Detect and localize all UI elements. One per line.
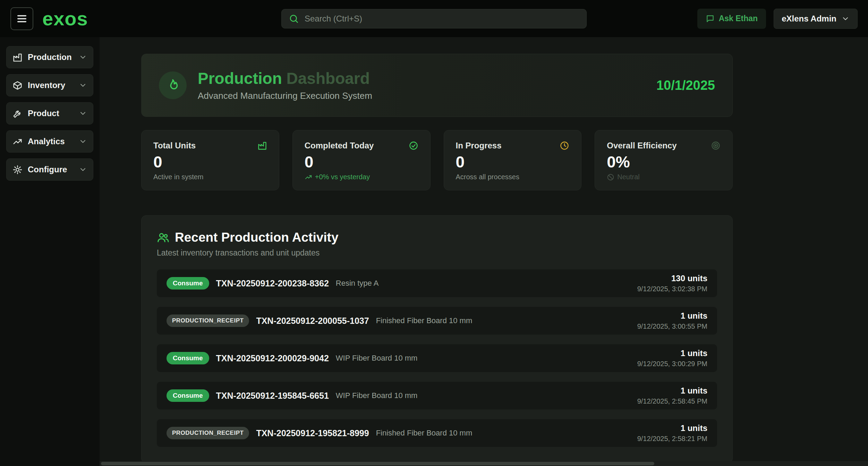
app-logo: exos [42, 7, 88, 30]
row-right: 1 units 9/12/2025, 2:58:45 PM [637, 386, 707, 405]
sidebar-item-production[interactable]: Production [6, 46, 93, 68]
flame-icon [159, 71, 187, 99]
chevron-down-icon [79, 109, 87, 118]
row-right: 1 units 9/12/2025, 3:00:55 PM [637, 311, 707, 330]
page-title-secondary: Dashboard [287, 69, 370, 87]
item-name: WIP Fiber Board 10 mm [336, 354, 418, 363]
activity-row: PRODUCTION_RECEIPT TXN-20250912-195821-8… [157, 419, 717, 447]
hamburger-menu-button[interactable] [10, 7, 33, 30]
topbar-right: Ask Ethan eXlens Admin [697, 9, 858, 29]
timestamp: 9/12/2025, 3:00:29 PM [637, 360, 707, 368]
sidebar-item-analytics[interactable]: Analytics [6, 130, 93, 153]
stat-caption-text: Across all processes [456, 173, 519, 181]
item-name: WIP Fiber Board 10 mm [336, 391, 418, 400]
factory-icon [257, 141, 267, 150]
timestamp: 9/12/2025, 3:02:38 PM [637, 285, 707, 293]
user-menu-label: eXlens Admin [782, 14, 836, 24]
stat-value: 0% [607, 153, 721, 171]
activity-row: Consume TXN-20250912-195845-6651 WIP Fib… [157, 382, 717, 409]
wrench-icon [12, 109, 23, 119]
factory-icon [12, 52, 23, 62]
user-menu-button[interactable]: eXlens Admin [774, 9, 858, 29]
sidebar-item-label: Analytics [28, 137, 65, 146]
chevron-down-icon [79, 137, 87, 146]
sidebar-item-configure[interactable]: Configure [6, 158, 93, 181]
row-right: 1 units 9/12/2025, 2:58:21 PM [637, 423, 707, 443]
page-title: Production Dashboard [198, 69, 372, 88]
stat-value: 0 [456, 153, 570, 171]
activity-title: Recent Production Activity [175, 230, 338, 245]
stat-card-completed-today: Completed Today 0 +0% vs yesterday [292, 130, 431, 190]
current-date: 10/1/2025 [656, 78, 715, 93]
stat-caption-text: Neutral [617, 173, 639, 181]
horizontal-scrollbar[interactable] [100, 461, 868, 466]
stat-caption-text: +0% vs yesterday [315, 173, 370, 181]
topbar: exos Ask Ethan eXlens Admin [0, 0, 868, 37]
transaction-id: TXN-20250912-195845-6651 [216, 391, 329, 401]
units: 1 units [637, 386, 707, 396]
timestamp: 9/12/2025, 2:58:21 PM [637, 435, 707, 443]
item-name: Finished Fiber Board 10 mm [376, 429, 473, 438]
circle-slash-icon [607, 173, 614, 181]
dashboard-hero-banner: Production Dashboard Advanced Manufactur… [141, 54, 733, 117]
chat-icon [706, 14, 715, 23]
transaction-id: TXN-20250912-200055-1037 [256, 316, 369, 326]
stat-value: 0 [153, 153, 267, 171]
hero-text: Production Dashboard Advanced Manufactur… [198, 69, 372, 101]
check-circle-icon [409, 141, 418, 150]
activity-subtitle: Latest inventory transactions and unit u… [157, 248, 717, 258]
transaction-type-badge: Consume [167, 277, 209, 290]
ask-ethan-button[interactable]: Ask Ethan [697, 9, 766, 29]
sidebar-item-label: Configure [28, 165, 67, 174]
units: 130 units [637, 274, 707, 283]
stat-caption: Neutral [607, 173, 721, 181]
item-name: Resin type A [336, 279, 379, 288]
sidebar-item-label: Inventory [28, 80, 65, 90]
activity-list: Consume TXN-20250912-200238-8362 Resin t… [157, 269, 717, 447]
timestamp: 9/12/2025, 3:00:55 PM [637, 322, 707, 330]
sidebar-item-label: Product [28, 109, 59, 118]
stat-label: Overall Efficiency [607, 141, 676, 150]
global-search[interactable] [281, 9, 587, 28]
activity-header: Recent Production Activity [157, 230, 717, 245]
sidebar-item-product[interactable]: Product [6, 102, 93, 124]
stat-caption: +0% vs yesterday [305, 173, 418, 181]
stat-card-overall-efficiency: Overall Efficiency 0% Neutral [595, 130, 733, 190]
search-icon [289, 14, 299, 24]
chevron-down-icon [79, 53, 87, 61]
main-content: Production Dashboard Advanced Manufactur… [100, 37, 868, 466]
transaction-id: TXN-20250912-195821-8999 [256, 428, 369, 438]
transaction-type-badge: Consume [167, 389, 209, 402]
ask-ethan-label: Ask Ethan [719, 14, 758, 23]
search-input[interactable] [305, 14, 579, 24]
target-icon [711, 141, 721, 150]
trending-up-icon [12, 137, 23, 147]
transaction-type-badge: PRODUCTION_RECEIPT [167, 427, 249, 439]
stat-caption: Across all processes [456, 173, 570, 181]
item-name: Finished Fiber Board 10 mm [376, 316, 473, 325]
activity-row: Consume TXN-20250912-200238-8362 Resin t… [157, 269, 717, 297]
stat-label: Total Units [153, 141, 196, 150]
chevron-down-icon [79, 81, 87, 89]
stat-card-in-progress: In Progress 0 Across all processes [444, 130, 582, 190]
activity-row: PRODUCTION_RECEIPT TXN-20250912-200055-1… [157, 307, 717, 335]
chevron-down-icon [841, 15, 850, 23]
clock-icon [560, 141, 569, 150]
sidebar-item-inventory[interactable]: Inventory [6, 74, 93, 96]
stats-row: Total Units 0 Active in system Completed… [141, 130, 733, 190]
transaction-type-badge: PRODUCTION_RECEIPT [167, 314, 249, 327]
transaction-type-badge: Consume [167, 352, 209, 364]
horizontal-scrollbar-thumb[interactable] [101, 462, 654, 465]
box-icon [12, 80, 23, 90]
transaction-id: TXN-20250912-200029-9042 [216, 353, 329, 363]
sidebar-item-label: Production [28, 52, 72, 62]
trending-up-icon [305, 173, 312, 181]
units: 1 units [637, 423, 707, 433]
stat-caption-text: Active in system [153, 173, 203, 181]
recent-activity-card: Recent Production Activity Latest invent… [141, 215, 733, 463]
gear-icon [12, 165, 23, 175]
row-right: 130 units 9/12/2025, 3:02:38 PM [637, 274, 707, 293]
stat-caption: Active in system [153, 173, 267, 181]
stat-value: 0 [305, 153, 418, 171]
sidebar: Production Inventory Product Analytics [0, 37, 100, 466]
